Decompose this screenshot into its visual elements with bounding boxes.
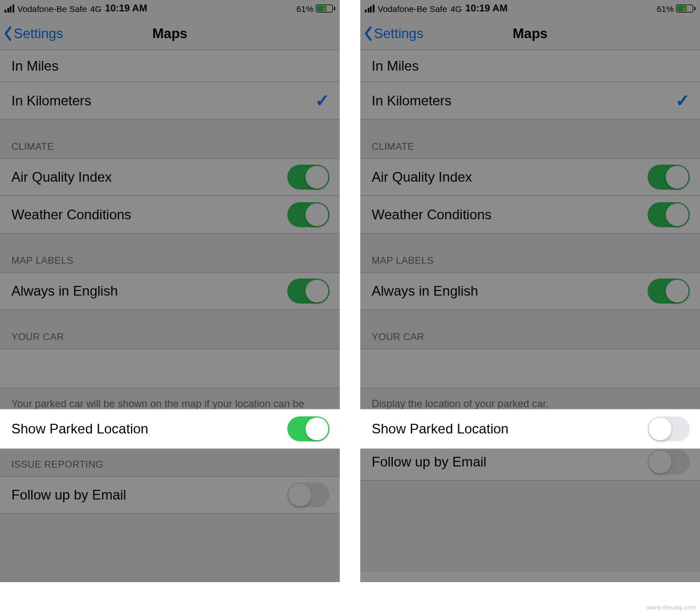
- carrier-label: Vodafone-Be Safe: [378, 4, 447, 14]
- battery-percent: 61%: [657, 4, 674, 14]
- always-english-label: Always in English: [372, 283, 648, 299]
- show-parked-location-label: Show Parked Location: [11, 421, 148, 437]
- toggle-air-quality[interactable]: [648, 165, 690, 190]
- air-quality-label: Air Quality Index: [372, 169, 648, 185]
- row-in-kilometers[interactable]: In Kilometers ✓: [0, 82, 340, 120]
- screen-left: Vodafone-Be Safe 4G 10:19 AM 61% ⚡ Setti…: [0, 0, 340, 582]
- in-kilometers-label: In Kilometers: [372, 93, 675, 109]
- chevron-left-icon: [3, 26, 13, 42]
- always-english-label: Always in English: [11, 283, 287, 299]
- nav-bar: Settings Maps: [0, 17, 340, 50]
- section-header-climate: CLIMATE: [0, 120, 340, 158]
- watermark: www.deuaq.com: [647, 604, 697, 611]
- weather-conditions-label: Weather Conditions: [11, 207, 287, 223]
- row-weather-conditions[interactable]: Weather Conditions: [0, 196, 340, 234]
- section-header-climate: CLIMATE: [360, 120, 700, 158]
- back-label: Settings: [374, 26, 424, 42]
- checkmark-icon: ✓: [315, 91, 329, 110]
- screen-right: Vodafone-Be Safe 4G 10:19 AM 61% ⚡ Setti…: [360, 0, 700, 582]
- row-in-miles[interactable]: In Miles: [360, 50, 700, 82]
- battery-percent: 61%: [296, 4, 314, 14]
- toggle-always-english[interactable]: [648, 279, 690, 304]
- row-always-english[interactable]: Always in English: [0, 272, 340, 310]
- status-time: 10:19 AM: [465, 3, 507, 14]
- toggle-show-parked-location[interactable]: [648, 416, 690, 441]
- in-miles-label: In Miles: [11, 58, 329, 74]
- section-header-issue-reporting: ISSUE REPORTING: [0, 445, 340, 476]
- follow-up-email-label: Follow up by Email: [372, 454, 648, 470]
- follow-up-email-label: Follow up by Email: [11, 487, 287, 503]
- signal-icon: [365, 5, 375, 13]
- in-miles-label: In Miles: [372, 58, 690, 74]
- status-time: 10:19 AM: [105, 3, 147, 14]
- toggle-follow-up-email[interactable]: [287, 482, 329, 507]
- row-air-quality[interactable]: Air Quality Index: [0, 158, 340, 196]
- status-bar: Vodafone-Be Safe 4G 10:19 AM 61% ⚡: [0, 0, 340, 17]
- checkmark-icon: ✓: [675, 91, 690, 110]
- back-label: Settings: [14, 26, 63, 42]
- back-button[interactable]: Settings: [360, 26, 424, 42]
- toggle-weather-conditions[interactable]: [287, 202, 329, 227]
- toggle-always-english[interactable]: [287, 279, 329, 304]
- toggle-follow-up-email[interactable]: [648, 449, 690, 474]
- signal-icon: [5, 5, 14, 13]
- row-weather-conditions[interactable]: Weather Conditions: [360, 196, 700, 234]
- back-button[interactable]: Settings: [0, 26, 63, 42]
- weather-conditions-label: Weather Conditions: [372, 207, 648, 223]
- row-follow-up-email[interactable]: Follow up by Email: [0, 476, 340, 514]
- network-label: 4G: [90, 4, 101, 14]
- row-show-parked-location[interactable]: Show Parked Location: [360, 409, 700, 449]
- section-header-map-labels: MAP LABELS: [360, 234, 700, 272]
- status-bar: Vodafone-Be Safe 4G 10:19 AM 61% ⚡: [360, 0, 700, 17]
- toggle-show-parked-location[interactable]: [287, 416, 329, 441]
- nav-bar: Settings Maps: [360, 17, 700, 50]
- show-parked-location-label: Show Parked Location: [372, 421, 508, 437]
- row-in-kilometers[interactable]: In Kilometers ✓: [360, 82, 700, 120]
- toggle-air-quality[interactable]: [287, 165, 329, 190]
- section-header-your-car: YOUR CAR: [360, 310, 700, 349]
- battery-icon: ⚡: [676, 5, 695, 13]
- battery-icon: ⚡: [316, 5, 335, 13]
- toggle-weather-conditions[interactable]: [648, 202, 690, 227]
- row-in-miles[interactable]: In Miles: [0, 50, 340, 82]
- section-header-map-labels: MAP LABELS: [0, 234, 340, 272]
- carrier-label: Vodafone-Be Safe: [18, 4, 87, 14]
- network-label: 4G: [450, 4, 462, 14]
- section-header-your-car: YOUR CAR: [0, 310, 340, 349]
- air-quality-label: Air Quality Index: [11, 169, 287, 185]
- in-kilometers-label: In Kilometers: [11, 93, 315, 109]
- row-show-parked-location[interactable]: Show Parked Location: [0, 409, 340, 449]
- chevron-left-icon: [364, 26, 373, 42]
- row-always-english[interactable]: Always in English: [360, 272, 700, 310]
- row-air-quality[interactable]: Air Quality Index: [360, 158, 700, 196]
